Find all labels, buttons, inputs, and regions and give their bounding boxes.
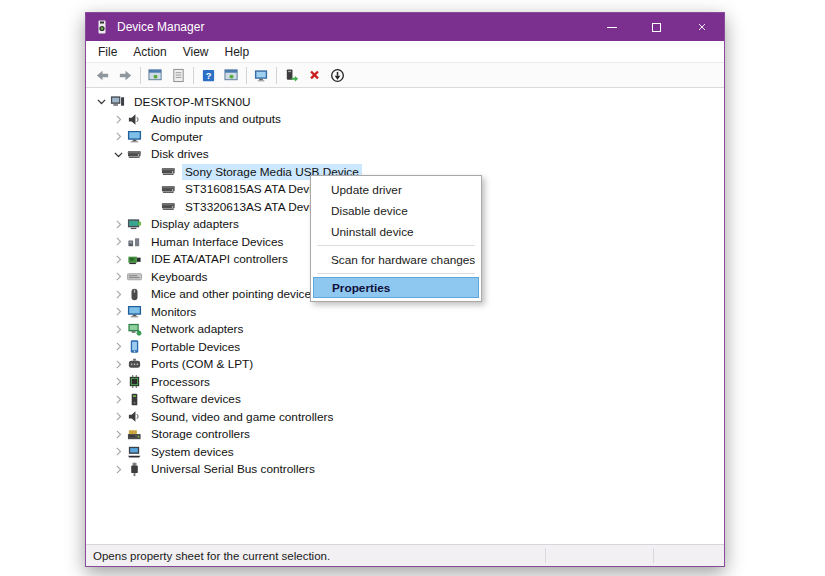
chevron-right-icon[interactable] — [109, 391, 127, 407]
tree-label: Human Interface Devices — [148, 234, 286, 250]
context-item-properties[interactable]: Properties — [313, 277, 479, 298]
tree-label: Ports (COM & LPT) — [148, 356, 256, 372]
forward-arrow-button[interactable] — [114, 65, 137, 86]
close-icon — [696, 21, 708, 33]
tree-item-computer[interactable]: Computer — [86, 128, 724, 146]
console-window-icon — [148, 68, 163, 83]
computer-icon — [110, 94, 125, 109]
svg-text:?: ? — [206, 71, 212, 81]
menu-file[interactable]: File — [90, 42, 125, 62]
device-manager-window: Device Manager FileActionViewHelp ? DESK… — [85, 12, 725, 567]
context-item-disable-device[interactable]: Disable device — [313, 200, 479, 221]
tree-item-monitors[interactable]: Monitors — [86, 303, 724, 321]
portable-device-icon — [127, 339, 142, 354]
help-button[interactable]: ? — [197, 65, 220, 86]
chevron-right-icon[interactable] — [109, 129, 127, 145]
action-pane-icon — [224, 68, 239, 83]
chevron-spacer — [143, 181, 161, 197]
properties-page-button[interactable] — [167, 65, 190, 86]
tree-label: Computer — [148, 129, 206, 145]
tree-label: Software devices — [148, 391, 244, 407]
chevron-right-icon[interactable] — [109, 234, 127, 250]
update-driver-icon — [284, 68, 299, 83]
update-driver-button[interactable] — [280, 65, 303, 86]
storage-controller-icon — [127, 427, 142, 442]
chevron-down-icon[interactable] — [109, 146, 127, 162]
chevron-right-icon[interactable] — [109, 111, 127, 127]
disk-icon — [127, 147, 142, 162]
monitor-icon — [127, 129, 142, 144]
monitor-icon — [127, 304, 142, 319]
chevron-right-icon[interactable] — [109, 216, 127, 232]
tree-item-storage-controllers[interactable]: Storage controllers — [86, 426, 724, 444]
toolbar: ? — [86, 63, 724, 88]
menu-help[interactable]: Help — [217, 42, 258, 62]
maximize-icon — [652, 23, 661, 32]
context-menu: Update driverDisable deviceUninstall dev… — [310, 175, 482, 302]
tree-item-universal-serial-bus-controllers[interactable]: Universal Serial Bus controllers — [86, 461, 724, 479]
minimize-button[interactable] — [589, 13, 634, 41]
disable-device-button[interactable] — [326, 65, 349, 86]
chevron-right-icon[interactable] — [109, 269, 127, 285]
usb-icon — [127, 462, 142, 477]
tree-label: Network adapters — [148, 321, 246, 337]
disk-icon — [161, 182, 176, 197]
chevron-right-icon[interactable] — [109, 444, 127, 460]
menu-action[interactable]: Action — [125, 42, 174, 62]
chevron-down-icon[interactable] — [92, 94, 110, 110]
back-arrow-button[interactable] — [91, 65, 114, 86]
speaker-icon — [127, 112, 142, 127]
tree-item-processors[interactable]: Processors — [86, 373, 724, 391]
tree-item-sound-video-and-game-controllers[interactable]: Sound, video and game controllers — [86, 408, 724, 426]
titlebar: Device Manager — [86, 13, 724, 41]
tree-item-system-devices[interactable]: System devices — [86, 443, 724, 461]
context-item-uninstall-device[interactable]: Uninstall device — [313, 221, 479, 242]
context-menu-separator — [317, 245, 475, 246]
maximize-button[interactable] — [634, 13, 679, 41]
tree-item-software-devices[interactable]: Software devices — [86, 391, 724, 409]
chevron-right-icon[interactable] — [109, 426, 127, 442]
context-item-update-driver[interactable]: Update driver — [313, 179, 479, 200]
tree-item-desktop-mtskn0u[interactable]: DESKTOP-MTSKN0U — [86, 93, 724, 111]
chevron-spacer — [143, 164, 161, 180]
tree-item-disk-drives[interactable]: Disk drives — [86, 146, 724, 164]
device-tree: DESKTOP-MTSKN0UAudio inputs and outputsC… — [86, 88, 724, 544]
display-adapter-icon — [127, 217, 142, 232]
console-window-button[interactable] — [144, 65, 167, 86]
tree-item-network-adapters[interactable]: Network adapters — [86, 321, 724, 339]
chevron-right-icon[interactable] — [109, 461, 127, 477]
tree-item-audio-inputs-and-outputs[interactable]: Audio inputs and outputs — [86, 111, 724, 129]
chevron-right-icon[interactable] — [109, 286, 127, 302]
tree-label: Mice and other pointing devices — [148, 286, 320, 302]
software-device-icon — [127, 392, 142, 407]
chevron-right-icon[interactable] — [109, 251, 127, 267]
context-item-scan-for-hardware-changes[interactable]: Scan for hardware changes — [313, 249, 479, 270]
tree-label: ST3320613AS ATA Device — [182, 199, 327, 215]
properties-page-icon — [171, 68, 186, 83]
chevron-right-icon[interactable] — [109, 304, 127, 320]
back-arrow-icon — [95, 68, 110, 83]
uninstall-x-button[interactable] — [303, 65, 326, 86]
mouse-icon — [127, 287, 142, 302]
caption-buttons — [589, 13, 724, 41]
chevron-right-icon[interactable] — [109, 339, 127, 355]
close-button[interactable] — [679, 13, 724, 41]
chevron-right-icon[interactable] — [109, 356, 127, 372]
disk-icon — [161, 164, 176, 179]
tree-item-portable-devices[interactable]: Portable Devices — [86, 338, 724, 356]
action-pane-button[interactable] — [220, 65, 243, 86]
tree-label: Storage controllers — [148, 426, 253, 442]
menubar: FileActionViewHelp — [86, 41, 724, 63]
window-title: Device Manager — [117, 20, 204, 34]
ide-controller-icon — [127, 252, 142, 267]
tree-label: Keyboards — [148, 269, 210, 285]
chevron-right-icon[interactable] — [109, 374, 127, 390]
toolbar-separator — [140, 67, 141, 84]
remote-monitor-button[interactable] — [250, 65, 273, 86]
tree-item-ports-com-lpt[interactable]: Ports (COM & LPT) — [86, 356, 724, 374]
chevron-right-icon[interactable] — [109, 409, 127, 425]
chevron-right-icon[interactable] — [109, 321, 127, 337]
menu-view[interactable]: View — [175, 42, 217, 62]
tree-label: DESKTOP-MTSKN0U — [131, 94, 253, 110]
context-menu-separator — [317, 273, 475, 274]
